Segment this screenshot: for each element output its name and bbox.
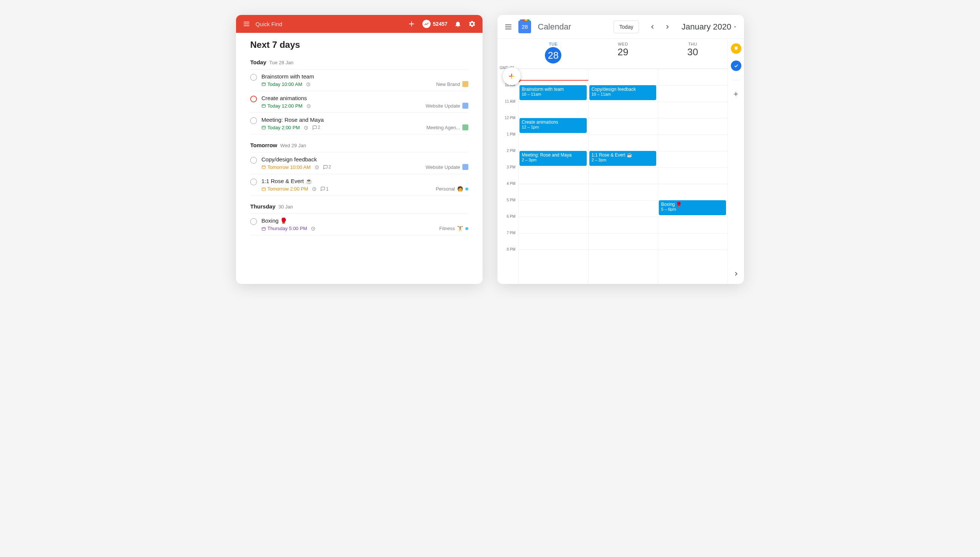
event-title: Copy/design feedback: [592, 87, 654, 92]
calendar-event[interactable]: Create animations12 – 1pm: [520, 118, 587, 133]
day-of-week: TUE: [518, 42, 588, 46]
day-header[interactable]: THU30: [658, 39, 728, 68]
day-header-row: TUE28WED29THU30: [497, 39, 728, 69]
section-header: Thursday30 Jan: [250, 203, 468, 210]
task-item[interactable]: Boxing 🥊 Thursday 5:00 PM Fitness 🏋️: [250, 214, 468, 235]
calendar-event[interactable]: Brainstorm with team10 – 11am: [520, 85, 587, 100]
grid-line: [658, 85, 728, 86]
task-due: Tomorrow 2:00 PM: [262, 186, 308, 192]
karma-icon: [423, 20, 431, 28]
task-checkbox[interactable]: [250, 218, 257, 225]
grid-line: [588, 69, 658, 69]
grid-line: [658, 184, 728, 184]
event-time: 2 – 3pm: [592, 158, 654, 162]
app-title: Calendar: [538, 22, 571, 32]
hour-label: 12 PM: [497, 116, 518, 132]
calendar-icon: [262, 187, 266, 191]
task-project[interactable]: Website Update: [426, 164, 468, 170]
add-task-icon[interactable]: [408, 20, 416, 28]
divider: [731, 80, 741, 80]
calendar-event[interactable]: Boxing 🥊5 – 6pm: [659, 200, 726, 215]
task-project[interactable]: Personal 🧑: [436, 186, 468, 192]
keep-icon[interactable]: [731, 43, 741, 54]
grid-line: [658, 217, 728, 217]
today-button[interactable]: Today: [614, 21, 639, 33]
day-column[interactable]: Copy/design feedback10 – 11am1:1 Rose & …: [588, 69, 658, 284]
day-header[interactable]: WED29: [588, 39, 658, 68]
add-addon-icon[interactable]: +: [733, 89, 738, 99]
notification-bell-icon[interactable]: [454, 20, 462, 28]
task-due: Today 10:00 AM: [262, 81, 302, 87]
collapse-panel-icon[interactable]: [733, 270, 739, 278]
todoist-header: 52457: [236, 15, 483, 33]
alarm-icon: [314, 165, 319, 169]
task-item[interactable]: Create animations Today 12:00 PM Website…: [250, 91, 468, 113]
tasks-icon[interactable]: [731, 60, 741, 71]
gcal-window: 28 Calendar Today January 2020 + GMT+01 …: [497, 15, 744, 284]
day-header[interactable]: TUE28: [518, 39, 588, 68]
hamburger-icon[interactable]: [243, 20, 250, 28]
project-name: New Brand: [436, 81, 460, 87]
task-item[interactable]: 1:1 Rose & Evert ☕ Tomorrow 2:00 PM 1 Pe…: [250, 174, 468, 196]
section-date: Tue 28 Jan: [269, 60, 294, 65]
day-number: 29: [618, 46, 629, 57]
task-project[interactable]: Website Update: [426, 103, 468, 109]
day-column[interactable]: Boxing 🥊5 – 6pm: [658, 69, 728, 284]
project-name: Website Update: [426, 103, 460, 109]
calendar-event[interactable]: 1:1 Rose & Evert ☕2 – 3pm: [589, 151, 657, 166]
karma-score[interactable]: 52457: [423, 20, 447, 28]
svg-rect-20: [262, 166, 265, 169]
task-item[interactable]: Meeting: Rose and Maya Today 2:00 PM 2 M…: [250, 113, 468, 135]
task-item[interactable]: Brainstorm with team Today 10:00 AM New …: [250, 70, 468, 91]
search-input[interactable]: [255, 21, 408, 27]
event-title: 1:1 Rose & Evert ☕: [592, 152, 654, 158]
task-project[interactable]: New Brand: [436, 81, 468, 87]
task-due: Today 2:00 PM: [262, 125, 300, 130]
event-time: 12 – 1pm: [522, 125, 585, 129]
task-title: Create animations: [262, 95, 468, 101]
task-title: Copy/design feedback: [262, 156, 468, 163]
task-item[interactable]: Copy/design feedback Tomorrow 10:00 AM 2…: [250, 152, 468, 174]
assignee-avatar: [462, 81, 468, 87]
month-picker[interactable]: January 2020: [682, 22, 737, 32]
project-dot: [465, 227, 468, 230]
task-checkbox[interactable]: [250, 157, 257, 164]
task-checkbox[interactable]: [250, 117, 257, 124]
comment-icon: 1: [320, 186, 329, 192]
event-time: 10 – 11am: [522, 92, 585, 96]
section-header: TodayTue 28 Jan: [250, 59, 468, 65]
project-dot: [465, 187, 468, 191]
grid-line: [658, 69, 728, 69]
calendar-icon: [262, 103, 266, 108]
calendar-event[interactable]: Meeting: Rose and Maya2 – 3pm: [520, 151, 587, 166]
grid-line: [658, 135, 728, 135]
hamburger-icon[interactable]: [504, 23, 512, 31]
day-column[interactable]: Brainstorm with team10 – 11amCreate anim…: [518, 69, 588, 284]
gcal-header: 28 Calendar Today January 2020: [497, 15, 744, 39]
project-emoji: 🧑: [457, 186, 463, 192]
section-date: Wed 29 Jan: [280, 143, 306, 148]
grid-line: [588, 102, 658, 102]
section-day: Thursday: [250, 203, 276, 210]
create-event-fab[interactable]: +: [503, 67, 521, 85]
prev-button[interactable]: [647, 21, 658, 33]
task-checkbox[interactable]: [250, 96, 257, 103]
task-checkbox[interactable]: [250, 179, 257, 185]
task-project[interactable]: Meeting Agen...: [426, 124, 468, 130]
svg-line-34: [313, 229, 314, 229]
grid-line: [519, 217, 588, 217]
task-checkbox[interactable]: [250, 74, 257, 81]
project-name: Website Update: [426, 164, 460, 170]
grid-line: [519, 167, 588, 168]
calendar-event[interactable]: Copy/design feedback10 – 11am: [589, 85, 657, 100]
grid-line: [588, 233, 658, 233]
event-time: 10 – 11am: [592, 92, 654, 96]
next-button[interactable]: [661, 21, 673, 33]
task-project[interactable]: Fitness 🏋️: [439, 226, 468, 231]
day-columns: Brainstorm with team10 – 11amCreate anim…: [518, 69, 728, 284]
svg-rect-30: [262, 227, 265, 230]
calendar-icon: [262, 165, 266, 169]
alarm-icon: [306, 103, 311, 108]
svg-rect-25: [262, 187, 265, 191]
settings-gear-icon[interactable]: [468, 20, 476, 28]
